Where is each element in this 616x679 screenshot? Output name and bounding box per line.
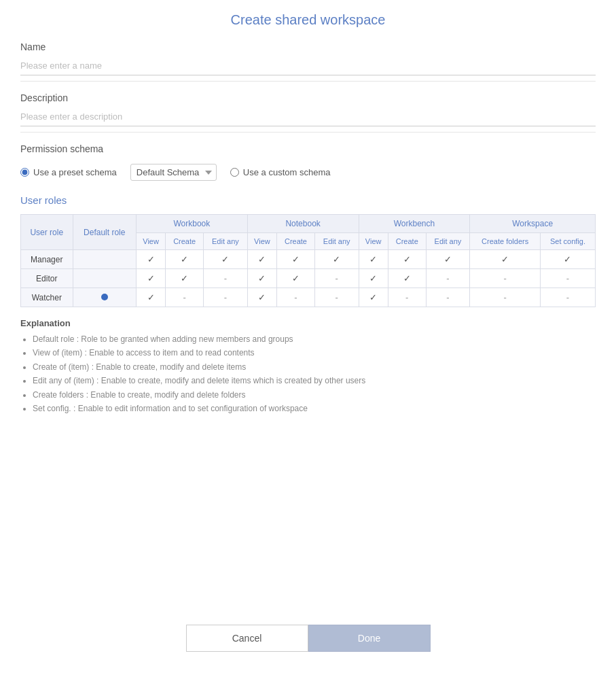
sub-ws-createfolders: Create folders bbox=[470, 233, 541, 250]
default-role-indicator bbox=[101, 294, 108, 300]
watcher-wb-create: - bbox=[166, 288, 204, 307]
role-name-editor: Editor bbox=[21, 269, 73, 288]
role-name-manager: Manager bbox=[21, 250, 73, 269]
custom-schema-radio-group[interactable]: Use a custom schema bbox=[230, 167, 331, 177]
description-label: Description bbox=[20, 92, 596, 103]
explanation-item-5: Create folders : Enable to create, modif… bbox=[33, 388, 596, 402]
manager-wbench-create: ✓ bbox=[388, 250, 426, 269]
watcher-nb-create: - bbox=[277, 288, 315, 307]
editor-wb-view: ✓ bbox=[136, 269, 165, 288]
sub-wbench-create: Create bbox=[388, 233, 426, 250]
editor-nb-create: ✓ bbox=[277, 269, 315, 288]
col-default-role: Default role bbox=[73, 215, 136, 250]
sub-wb-view: View bbox=[136, 233, 165, 250]
watcher-wbench-editany: - bbox=[426, 288, 470, 307]
cancel-button[interactable]: Cancel bbox=[186, 625, 308, 652]
sub-wb-create: Create bbox=[166, 233, 204, 250]
explanation-item-2: View of (item) : Enable to access to ite… bbox=[33, 346, 596, 360]
sub-nb-view: View bbox=[247, 233, 276, 250]
page-container: Create shared workspace Name Description… bbox=[0, 0, 616, 679]
manager-nb-editany: ✓ bbox=[314, 250, 359, 269]
manager-ws-setconfig: ✓ bbox=[540, 250, 595, 269]
default-manager bbox=[73, 250, 136, 269]
group-workbook: Workbook bbox=[136, 215, 247, 233]
table-row: Editor ✓ ✓ - ✓ ✓ - ✓ ✓ - - - bbox=[21, 269, 596, 288]
explanation-item-3: Create of (item) : Enable to create, mod… bbox=[33, 360, 596, 374]
editor-wbench-create: ✓ bbox=[388, 269, 426, 288]
preset-schema-radio[interactable] bbox=[20, 168, 29, 177]
explanation-title: Explanation bbox=[20, 318, 596, 328]
explanation-section: Explanation Default role : Role to be gr… bbox=[14, 318, 602, 415]
permission-schema-label: Permission schema bbox=[20, 143, 596, 154]
explanation-item-6: Set config. : Enable to edit information… bbox=[33, 402, 596, 415]
sub-wb-editany: Edit any bbox=[204, 233, 248, 250]
roles-table-body: Manager ✓ ✓ ✓ ✓ ✓ ✓ ✓ ✓ ✓ ✓ ✓ Editor bbox=[21, 250, 596, 307]
user-roles-label: User roles bbox=[20, 194, 596, 206]
done-button[interactable]: Done bbox=[308, 625, 431, 652]
description-input[interactable] bbox=[20, 107, 596, 126]
editor-ws-setconfig: - bbox=[540, 269, 595, 288]
group-workspace: Workspace bbox=[470, 215, 596, 233]
preset-schema-radio-group[interactable]: Use a preset schema bbox=[20, 167, 117, 177]
watcher-wb-view: ✓ bbox=[136, 288, 165, 307]
table-row: Watcher ✓ - - ✓ - - ✓ - - - - bbox=[21, 288, 596, 307]
sub-nb-create: Create bbox=[277, 233, 315, 250]
manager-nb-create: ✓ bbox=[277, 250, 315, 269]
editor-wbench-editany: - bbox=[426, 269, 470, 288]
schema-row: Use a preset schema Default Schema Use a… bbox=[20, 164, 596, 181]
watcher-ws-setconfig: - bbox=[540, 288, 595, 307]
explanation-list: Default role : Role to be granted when a… bbox=[20, 332, 596, 415]
manager-nb-view: ✓ bbox=[247, 250, 276, 269]
name-divider bbox=[20, 81, 596, 82]
watcher-ws-createfolders: - bbox=[470, 288, 541, 307]
editor-nb-view: ✓ bbox=[247, 269, 276, 288]
preset-schema-label: Use a preset schema bbox=[33, 167, 117, 177]
group-workbench: Workbench bbox=[359, 215, 470, 233]
watcher-wbench-view: ✓ bbox=[359, 288, 388, 307]
watcher-wbench-create: - bbox=[388, 288, 426, 307]
editor-ws-createfolders: - bbox=[470, 269, 541, 288]
explanation-item-4: Edit any of (item) : Enable to create, m… bbox=[33, 374, 596, 387]
permission-schema-section: Permission schema Use a preset schema De… bbox=[14, 143, 602, 181]
footer-buttons: Cancel Done bbox=[186, 625, 431, 652]
default-editor bbox=[73, 269, 136, 288]
manager-wb-editany: ✓ bbox=[204, 250, 248, 269]
col-user-role: User role bbox=[21, 215, 73, 250]
sub-nb-editany: Edit any bbox=[314, 233, 359, 250]
default-watcher bbox=[73, 288, 136, 307]
custom-schema-label: Use a custom schema bbox=[243, 167, 331, 177]
editor-wb-editany: - bbox=[204, 269, 248, 288]
editor-nb-editany: - bbox=[314, 269, 359, 288]
manager-ws-createfolders: ✓ bbox=[470, 250, 541, 269]
watcher-wb-editany: - bbox=[204, 288, 248, 307]
name-label: Name bbox=[20, 41, 596, 52]
table-row: Manager ✓ ✓ ✓ ✓ ✓ ✓ ✓ ✓ ✓ ✓ ✓ bbox=[21, 250, 596, 269]
manager-wbench-editany: ✓ bbox=[426, 250, 470, 269]
table-header-groups: User role Default role Workbook Notebook… bbox=[21, 215, 596, 233]
custom-schema-radio[interactable] bbox=[230, 168, 239, 177]
explanation-item-1: Default role : Role to be granted when a… bbox=[33, 332, 596, 346]
manager-wb-create: ✓ bbox=[166, 250, 204, 269]
name-section: Name bbox=[14, 41, 602, 82]
manager-wb-view: ✓ bbox=[136, 250, 165, 269]
editor-wbench-view: ✓ bbox=[359, 269, 388, 288]
editor-wb-create: ✓ bbox=[166, 269, 204, 288]
user-roles-section: User roles User role Default role Workbo… bbox=[14, 194, 602, 307]
name-input[interactable] bbox=[20, 56, 596, 75]
role-name-watcher: Watcher bbox=[21, 288, 73, 307]
description-divider bbox=[20, 132, 596, 133]
sub-wbench-view: View bbox=[359, 233, 388, 250]
watcher-nb-view: ✓ bbox=[247, 288, 276, 307]
manager-wbench-view: ✓ bbox=[359, 250, 388, 269]
roles-table: User role Default role Workbook Notebook… bbox=[20, 214, 596, 307]
sub-ws-setconfig: Set config. bbox=[540, 233, 595, 250]
preset-schema-select[interactable]: Default Schema bbox=[130, 164, 217, 181]
watcher-nb-editany: - bbox=[314, 288, 359, 307]
group-notebook: Notebook bbox=[247, 215, 359, 233]
sub-wbench-editany: Edit any bbox=[426, 233, 470, 250]
description-section: Description bbox=[14, 92, 602, 133]
page-title: Create shared workspace bbox=[14, 0, 602, 41]
